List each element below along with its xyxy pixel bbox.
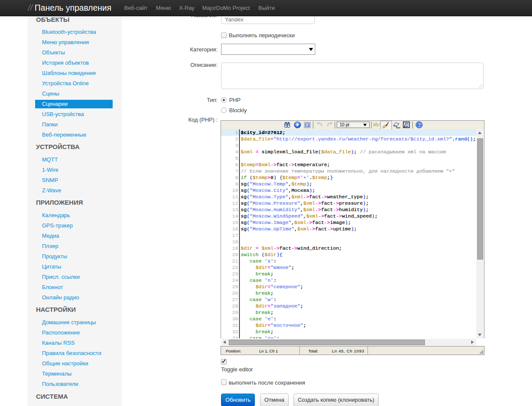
svg-text:?: ? [418, 122, 421, 128]
